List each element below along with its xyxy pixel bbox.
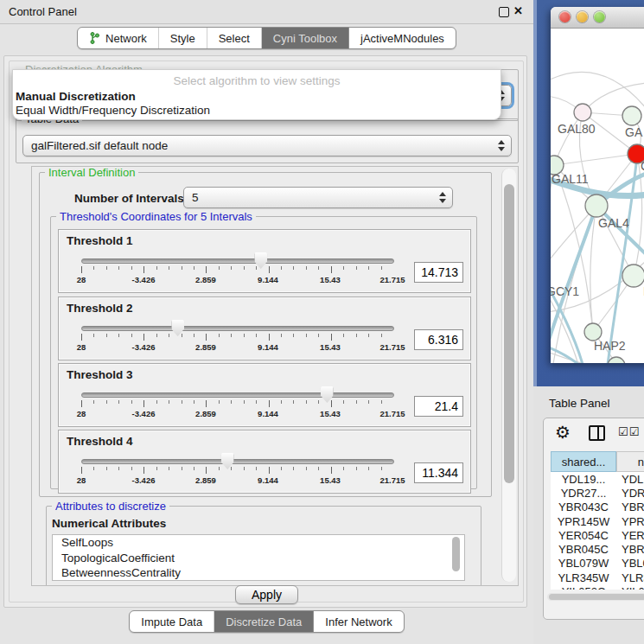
network-graph: GAL80 GA C GAL11 GAL4 GCY1 H HAP2 [551,29,644,363]
threshold-2-value-input[interactable] [414,329,463,350]
listbox-scrollbar-thumb[interactable] [452,537,460,571]
thresholds-group-title: Threshold's Coordinates for 5 Intervals [56,210,256,223]
scale-label: 9.144 [258,342,278,352]
attribute-list-item[interactable]: TopologicalCoefficient [53,551,464,566]
node-label-hap2: HAP2 [594,339,626,353]
slider-track[interactable] [81,258,394,264]
apply-button[interactable]: Apply [235,585,298,604]
table-row[interactable]: YBR043C YBR0 [551,501,644,514]
slider-track[interactable] [81,392,394,398]
combo-arrows-icon [439,192,452,203]
popup-option-equal-width-frequency[interactable]: Equal Width/Frequency Discretization [16,104,210,117]
cell-shared-name: YIL052C [551,585,616,590]
split-columns-icon[interactable] [589,425,605,441]
node-label-partial-below-red: C [641,159,644,173]
threshold-3-panel: Threshold 3 -3.4262.8599.14415.4321.7152… [58,363,471,427]
interval-definition-group: Interval Definition Number of Intervals … [39,172,492,497]
cell-shared-name: YPR145W [551,515,616,528]
cell-name: YLR3 [616,571,644,584]
threshold-4-value-input[interactable] [414,462,463,483]
network-icon [89,32,100,44]
tab-infer-network[interactable]: Infer Network [313,611,403,632]
attribute-list-item[interactable]: SelfLoops [53,535,464,551]
tab-jactivemnodules[interactable]: jActiveMNodules [348,28,456,48]
checkbox-icons[interactable]: ☑☑ [618,425,640,438]
network-window: GAL80 GA C GAL11 GAL4 GCY1 H HAP2 [551,7,644,363]
zoom-traffic-light[interactable] [594,11,605,22]
node-label-gal4: GAL4 [598,216,629,230]
attribute-list-item[interactable]: BetweennessCentrality [53,565,464,581]
threshold-3-value-input[interactable] [414,396,463,417]
table-data-combobox[interactable]: galFiltered.sif default node [22,135,512,156]
node-gal4[interactable] [585,194,608,217]
cell-name: YBL0 [616,557,644,570]
threshold-4-label: Threshold 4 [67,435,133,448]
cell-name: YBR0 [616,543,644,556]
function-tab-bar: Impute Data Discretize Data Infer Networ… [0,610,533,633]
threshold-2-label: Threshold 2 [67,302,133,315]
node-gal80[interactable] [574,104,591,121]
table-row[interactable]: YIL052C YIL0 [551,584,644,590]
table-hscrollbar-track[interactable] [547,593,644,601]
minimize-traffic-light[interactable] [577,11,588,22]
popup-option-manual-discretization[interactable]: Manual Discretization [16,90,136,103]
cell-name: YPR1 [616,515,644,528]
scale-label: 2.859 [195,342,216,352]
table-panel-box: ⚙ ☑☑ shared... na YDL19... YDL1 [543,418,644,620]
settings-scrollpane: Interval Definition Number of Intervals … [31,166,519,586]
apply-row: Apply [0,585,533,604]
tab-discretize-data[interactable]: Discretize Data [214,611,313,632]
threshold-3-slider[interactable]: -3.4262.8599.14415.4321.71528 [81,385,392,424]
number-of-intervals-combobox[interactable]: 5 [183,187,453,208]
network-canvas[interactable]: GAL80 GA C GAL11 GAL4 GCY1 H HAP2 [551,29,644,363]
tab-network[interactable]: Network [78,28,158,48]
settings-scrollbar-thumb[interactable] [504,184,514,483]
tab-impute-data[interactable]: Impute Data [130,611,214,632]
threshold-1-slider[interactable]: -3.4262.8599.14415.4321.71528 [81,251,392,290]
scale-label: 9.144 [258,475,278,485]
column-header-name[interactable]: na [616,451,644,472]
cell-name: YIL0 [616,585,644,590]
node-partial-bottom[interactable] [608,357,625,363]
slider-track[interactable] [81,459,394,464]
settings-scrollbar-track[interactable] [501,169,516,582]
threshold-4-slider[interactable]: -3.4262.8599.14415.4321.71528 [81,451,392,491]
screen: Control Panel ✕ Network Style Select Cyn… [0,0,644,644]
table-row[interactable]: YLR345W YLR3 [551,571,644,584]
scale-label: -3.426 [132,409,156,418]
threshold-1-value-input[interactable] [414,262,463,283]
close-traffic-light[interactable] [559,11,571,22]
table-row[interactable]: YDL19... YDL1 [551,472,644,486]
control-panel-titlebar: Control Panel ✕ [0,0,533,24]
slider-scale-labels: -3.4262.8599.14415.4321.71528 [81,409,392,419]
tab-style[interactable]: Style [158,28,207,48]
column-header-shared-name[interactable]: shared... [551,451,616,472]
interval-definition-title: Interval Definition [45,166,138,179]
scale-label: -3.426 [132,275,156,284]
table-row[interactable]: YBR045C YBR0 [551,542,644,556]
close-icon[interactable]: ✕ [513,4,523,17]
table-row[interactable]: YPR145W YPR1 [551,514,644,528]
float-window-icon[interactable] [499,7,509,17]
scale-label: -3.426 [132,342,156,352]
table-row[interactable]: YBL079W YBL0 [551,557,644,571]
node-partial-right-mid[interactable] [622,265,644,287]
threshold-1-label: Threshold 1 [67,234,133,247]
node-label-gcy1: GCY1 [551,284,579,298]
table-row[interactable]: YDR27... YDR2 [551,486,644,500]
node-partial-top-right[interactable] [622,106,641,125]
threshold-2-slider[interactable]: -3.4262.8599.14415.4321.71528 [81,318,392,358]
table-row[interactable]: YER054C YER0 [551,528,644,542]
table-hscrollbar-thumb[interactable] [549,594,644,600]
numerical-attributes-listbox[interactable]: SelfLoopsTopologicalCoefficientBetweenne… [52,534,465,581]
node-hap2[interactable] [584,323,602,341]
tab-cyni-toolbox[interactable]: Cyni Toolbox [261,28,348,48]
table-data-combobox-value: galFiltered.sif default node [23,139,498,152]
slider-track[interactable] [81,326,394,331]
scale-label: 2.859 [195,475,216,485]
tab-select[interactable]: Select [207,28,261,48]
cell-shared-name: YLR345W [551,571,616,584]
gear-icon[interactable]: ⚙ [555,422,571,443]
view-tab-bar: Network Style Select Cyni Toolbox jActiv… [0,27,533,49]
slider-ticks-major [81,334,393,341]
